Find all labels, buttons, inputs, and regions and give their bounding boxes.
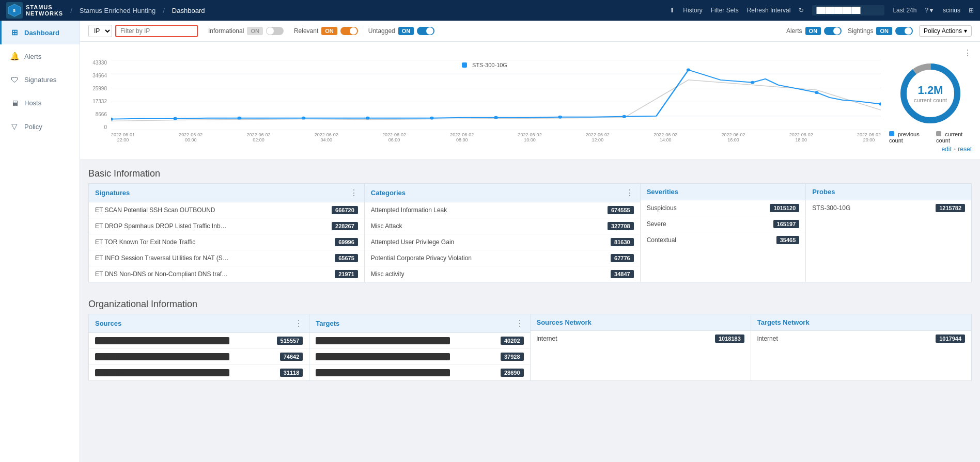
- untagged-toggle-track[interactable]: [417, 27, 434, 35]
- edit-reset-wrap: edit • reset: [88, 144, 972, 153]
- informational-toggle-knob: [267, 27, 274, 35]
- signatures-menu-icon[interactable]: ⋮: [350, 188, 358, 198]
- relevant-toggle-track[interactable]: [340, 27, 358, 35]
- signatures-card-header: Signatures ⋮: [89, 184, 364, 202]
- cat-row-4: Misc activity 34847: [365, 266, 640, 282]
- alerts-toggle-knob: [833, 27, 841, 35]
- reset-link[interactable]: reset: [958, 146, 972, 153]
- cat-count-3: 67776: [611, 254, 634, 262]
- sig-label-3: ET INFO Session Traversal Utilities for …: [95, 254, 229, 262]
- untagged-label: Untagged: [368, 27, 395, 35]
- sig-label-1: ET DROP Spamhaus DROP Listed Traffic Inb…: [95, 222, 229, 230]
- srcnet-row-0: internet 1018183: [531, 331, 751, 346]
- dashboard-icon: ⊞: [10, 28, 19, 37]
- informational-toggle-group: Informational ON: [208, 27, 284, 35]
- x-label-10: 2022-06-0218:00: [789, 132, 813, 142]
- main-content: IP Informational ON Relevant ON Untagge: [80, 21, 980, 462]
- logo: S STAMUSNETWORKS: [6, 2, 63, 19]
- alerts-toggle-track[interactable]: [824, 27, 842, 35]
- sightings-toggle-knob: [905, 27, 912, 35]
- sig-row-2: ET TOR Known Tor Exit Node Traffic 69996: [89, 234, 364, 250]
- targets-card-header: Targets ⋮: [309, 314, 530, 333]
- hosts-icon: 🖥: [10, 99, 19, 107]
- src-count-0: 515557: [277, 337, 303, 345]
- probe-count-0: 1215782: [936, 204, 965, 212]
- severities-card: Severities Suspicious 1015120 Severe 165…: [641, 183, 806, 282]
- svg-point-18: [751, 81, 754, 84]
- sidebar-item-signatures[interactable]: 🛡 Signatures: [0, 68, 80, 91]
- svg-point-9: [173, 117, 177, 120]
- sig-count-1: 228267: [332, 222, 358, 230]
- ip-filter-input[interactable]: [115, 25, 198, 37]
- refresh-icon[interactable]: ↻: [799, 7, 804, 14]
- last24h-button[interactable]: Last 24h: [893, 7, 916, 14]
- sources-menu-icon[interactable]: ⋮: [294, 318, 303, 328]
- relevant-toggle-btn[interactable]: ON: [321, 27, 337, 35]
- user-button[interactable]: scirius: [943, 7, 960, 14]
- informational-toggle-btn[interactable]: ON: [247, 27, 263, 35]
- y-label-1: 34664: [88, 73, 107, 78]
- svg-point-17: [687, 69, 690, 72]
- signatures-header-title: Signatures: [95, 189, 130, 197]
- page-name: Dashboard: [172, 7, 205, 14]
- x-label-6: 2022-06-0210:00: [518, 132, 542, 142]
- help-button[interactable]: ?▼: [925, 7, 935, 14]
- tgtnet-label-0: internet: [757, 335, 892, 342]
- chart-area: 43330 34664 25998 17332 8666 0: [88, 60, 881, 142]
- probe-selector[interactable]: [812, 5, 884, 15]
- history-button[interactable]: History: [683, 7, 702, 14]
- untagged-toggle-btn[interactable]: ON: [398, 27, 414, 35]
- refresh-interval-button[interactable]: Refresh Interval: [747, 7, 791, 14]
- sev-row-1: Severe 165197: [641, 216, 806, 232]
- categories-menu-icon[interactable]: ⋮: [626, 188, 634, 198]
- sidebar-item-alerts[interactable]: 🔔 Alerts: [0, 44, 80, 68]
- sig-row-1: ET DROP Spamhaus DROP Listed Traffic Inb…: [89, 218, 364, 234]
- upload-icon[interactable]: ⬆: [670, 7, 675, 14]
- cat-row-3: Potential Corporate Privacy Violation 67…: [365, 250, 640, 266]
- brand-name: STAMUSNETWORKS: [26, 4, 63, 17]
- x-label-5: 2022-06-0208:00: [450, 132, 474, 142]
- x-label-4: 2022-06-0206:00: [382, 132, 406, 142]
- filter-sets-button[interactable]: Filter Sets: [711, 7, 739, 14]
- cat-label-4: Misc activity: [371, 270, 505, 278]
- sidebar-label-dashboard: Dashboard: [24, 29, 59, 37]
- alerts-toggle-btn[interactable]: ON: [805, 27, 821, 35]
- sightings-toggle-btn[interactable]: ON: [876, 27, 892, 35]
- informational-label: Informational: [208, 27, 244, 35]
- tgtnet-row-0: internet 1017944: [751, 331, 971, 346]
- sidebar-item-dashboard[interactable]: ⊞ Dashboard: [0, 21, 80, 44]
- probe-row-0: STS-300-10G 1215782: [806, 200, 971, 216]
- informational-toggle-track[interactable]: [266, 27, 284, 35]
- tgt-row-2: 5████2 28690: [309, 365, 530, 380]
- edit-link[interactable]: edit: [941, 146, 951, 153]
- cat-row-0: Attempted Information Leak 674555: [365, 202, 640, 218]
- sidebar-item-policy[interactable]: ▽ Policy: [0, 115, 80, 138]
- policy-actions-button[interactable]: Policy Actions ▾: [919, 25, 972, 37]
- sources-card-header: Sources ⋮: [89, 314, 309, 333]
- sig-row-0: ET SCAN Potential SSH Scan OUTBOUND 6667…: [89, 202, 364, 218]
- src-count-1: 74642: [280, 353, 303, 361]
- chart-more-button[interactable]: ⋮: [963, 48, 972, 58]
- tgt-row-0: 4████0 40202: [309, 333, 530, 349]
- breadcrumb-sep2: /: [163, 7, 165, 14]
- sev-label-2: Contextual: [647, 236, 772, 244]
- sig-row-3: ET INFO Session Traversal Utilities for …: [89, 250, 364, 266]
- ip-type-select[interactable]: IP: [88, 25, 112, 37]
- grid-icon[interactable]: ⊞: [969, 7, 974, 14]
- sidebar-item-hosts[interactable]: 🖥 Hosts: [0, 91, 80, 115]
- logo-icon: S: [6, 2, 23, 19]
- probe-search-input[interactable]: [812, 5, 884, 15]
- src-count-2: 31118: [280, 369, 303, 377]
- targets-menu-icon[interactable]: ⋮: [516, 318, 524, 328]
- x-label-8: 2022-06-0214:00: [654, 132, 677, 142]
- chart-svg: [111, 60, 881, 130]
- sightings-toggle-track[interactable]: [895, 27, 913, 35]
- x-label-2: 2022-06-0202:00: [247, 132, 271, 142]
- sev-label-0: Suspicious: [647, 204, 766, 212]
- sev-label-1: Severe: [647, 220, 769, 228]
- alerts-label: Alerts: [786, 27, 802, 35]
- main-layout: ⊞ Dashboard 🔔 Alerts 🛡 Signatures 🖥 Host…: [0, 21, 980, 462]
- svg-point-13: [430, 117, 433, 120]
- tgt-count-0: 40202: [501, 337, 524, 345]
- cat-row-1: Misc Attack 327708: [365, 218, 640, 234]
